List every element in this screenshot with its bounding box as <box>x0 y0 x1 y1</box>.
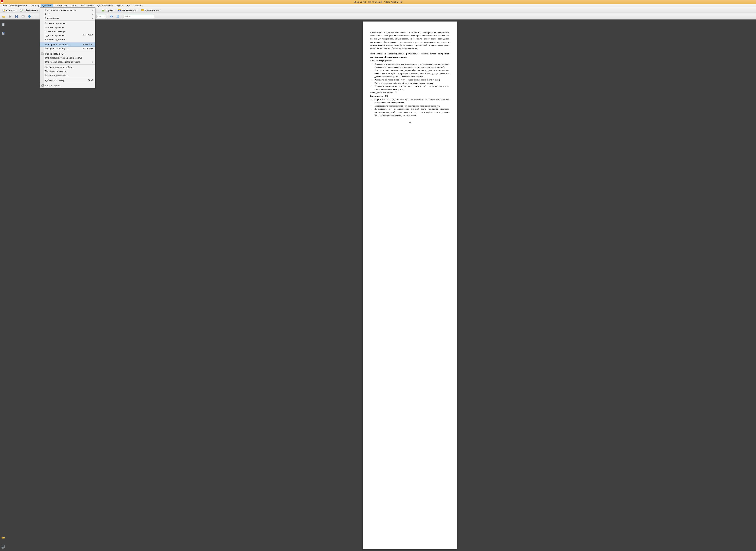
submenu-arrow-icon: ▸ <box>92 9 93 11</box>
menu-инструменты[interactable]: Инструменты <box>79 4 96 7</box>
menu-item[interactable]: Оптическое распознавание текста▸ <box>40 60 95 64</box>
list-item: Проявлять тактично чувства (восторг, рад… <box>370 85 449 91</box>
menu-item[interactable]: Уменьшить размер файла... <box>40 65 95 69</box>
menu-item[interactable]: Вложить файл... <box>40 83 95 87</box>
chevron-down-icon: ▼ <box>136 10 138 11</box>
menubar: ФайлРедактированиеПросмотрДокументКоммен… <box>0 4 756 7</box>
chevron-down-icon: ▼ <box>15 10 17 11</box>
create-button[interactable]: Создать▼ <box>1 8 18 13</box>
menu-item-label: Оптимизация отсканированного PDF <box>45 57 82 59</box>
globe-icon <box>28 15 31 18</box>
workspace: эстетических и нравственных идеалах и це… <box>0 19 756 551</box>
menu-shortcut: Ctrl+B <box>88 79 93 81</box>
navigation-rail <box>0 19 6 551</box>
mail-icon <box>21 15 25 18</box>
menu-item[interactable]: Извлечь страницы... <box>40 25 95 29</box>
find-input[interactable]: Найти ▼ <box>123 15 154 18</box>
menu-item[interactable]: Вставить страницы... <box>40 21 95 25</box>
submenu-arrow-icon: ▸ <box>92 17 93 19</box>
svg-rect-8 <box>102 10 104 10</box>
list-item: В предложенных педагогом ситуациях общен… <box>370 69 449 78</box>
save-button[interactable] <box>14 14 19 19</box>
list-item: Проговаривать последовательность действи… <box>370 104 449 107</box>
fit-page-icon <box>116 15 119 18</box>
fit-page-button[interactable] <box>115 14 121 19</box>
menu-item[interactable]: Сравнить документы... <box>40 73 95 77</box>
fit-width-button[interactable] <box>109 14 114 19</box>
menu-справка[interactable]: Справка <box>132 4 144 7</box>
svg-rect-18 <box>16 17 17 18</box>
menu-item-label: Фон <box>45 13 49 15</box>
menu-item-label: Добавить закладку <box>45 79 64 82</box>
menu-item[interactable]: Фон▸ <box>40 12 95 16</box>
menu-файл[interactable]: Файл <box>1 4 9 7</box>
list-item: Разумно управлять собственной речью в ра… <box>370 81 449 85</box>
menu-separator <box>45 42 95 42</box>
menu-item-label: Кадрировать страницы... <box>45 43 70 46</box>
printer-icon <box>9 15 12 18</box>
combine-button[interactable]: Объединить▼ <box>18 8 39 13</box>
pages-panel-button[interactable] <box>1 23 5 27</box>
menu-item[interactable]: Повернуть страницы...Shift+Ctrl+R <box>40 47 95 51</box>
menu-комментарии[interactable]: Комментарии <box>53 4 70 7</box>
window-titlebar: Сборник №5 - На печать.pdf - Adobe Acrob… <box>0 0 756 4</box>
menu-дополнительно[interactable]: Дополнительно <box>96 4 114 7</box>
menu-item[interactable]: Оптимизация отсканированного PDF <box>40 56 95 60</box>
menu-item-label: Извлечь страницы... <box>45 26 66 29</box>
forms-button[interactable]: Формы▼ <box>100 8 116 13</box>
menu-просмотр[interactable]: Просмотр <box>28 4 41 7</box>
svg-rect-24 <box>2 23 4 26</box>
menu-формы[interactable]: Формы <box>70 4 79 7</box>
menu-item[interactable]: Разделить документ... <box>40 37 95 41</box>
email-button[interactable] <box>20 14 26 19</box>
menu-окно[interactable]: Окно <box>125 4 132 7</box>
menu-item[interactable]: Сканировать в PDF <box>40 52 95 56</box>
zoom-input[interactable]: 57% ▼ <box>96 15 106 18</box>
page-paragraph: эстетических и нравственных идеалах и це… <box>370 31 449 50</box>
open-button[interactable] <box>1 14 7 19</box>
menu-item[interactable]: Верхний и нижний колонтитул▸ <box>40 8 95 12</box>
menu-item-label: Заменить страницы... <box>45 30 67 33</box>
multimedia-button[interactable]: Мультимедиа▼ <box>117 8 139 13</box>
create-icon <box>2 9 6 12</box>
comments-panel-button[interactable] <box>1 536 5 540</box>
attach-icon <box>41 84 44 87</box>
combine-icon <box>20 9 23 12</box>
menu-item-label: Повернуть страницы... <box>45 47 68 50</box>
menu-item[interactable]: Кадрировать страницы...Shift+Ctrl+T <box>40 42 95 47</box>
chevron-down-icon: ▼ <box>151 16 153 17</box>
bookmarks-panel-button[interactable] <box>1 31 5 35</box>
menu-item[interactable]: Проверить документ... <box>40 69 95 73</box>
comment-icon <box>141 9 144 12</box>
submenu-arrow-icon: ▸ <box>92 61 93 63</box>
menu-shortcut: Shift+Ctrl+T <box>83 43 93 46</box>
print-button[interactable] <box>7 14 13 19</box>
menu-документ[interactable]: Документ <box>41 4 53 7</box>
menu-item-label: Вложить файл... <box>45 84 62 87</box>
svg-rect-11 <box>118 9 121 10</box>
submenu-arrow-icon: ▸ <box>92 13 93 15</box>
document-viewport[interactable]: эстетических и нравственных идеалах и це… <box>6 19 756 551</box>
svg-rect-17 <box>16 15 17 16</box>
menu-item[interactable]: Добавить закладкуCtrl+B <box>40 78 95 82</box>
menu-item[interactable]: Удалить страницы...Shift+Ctrl+D <box>40 33 95 37</box>
list-item: Высказывать своё предположение (версию) … <box>370 107 449 117</box>
svg-rect-21 <box>111 15 112 18</box>
svg-point-28 <box>43 54 44 54</box>
svg-rect-15 <box>10 17 11 18</box>
pdf-page: эстетических и нравственных идеалах и це… <box>363 21 457 549</box>
folder-open-icon <box>2 15 6 18</box>
web-button[interactable] <box>27 14 32 19</box>
menu-модули[interactable]: Модули <box>114 4 125 7</box>
menu-separator <box>45 51 95 51</box>
chevron-down-icon: ▼ <box>37 10 38 11</box>
menu-shortcut: Shift+Ctrl+D <box>82 34 93 36</box>
menu-item[interactable]: Заменить страницы... <box>40 29 95 33</box>
toolbar-secondary: 57% ▼ Найти ▼ <box>0 13 756 19</box>
menu-item[interactable]: Водяной знак▸ <box>40 16 95 20</box>
save-icon <box>15 15 18 18</box>
comment-button[interactable]: Комментарий▼ <box>140 8 162 13</box>
menu-редактирование[interactable]: Редактирование <box>9 4 28 7</box>
attachments-panel-button[interactable] <box>1 545 5 549</box>
page-number: 42 <box>370 121 449 124</box>
